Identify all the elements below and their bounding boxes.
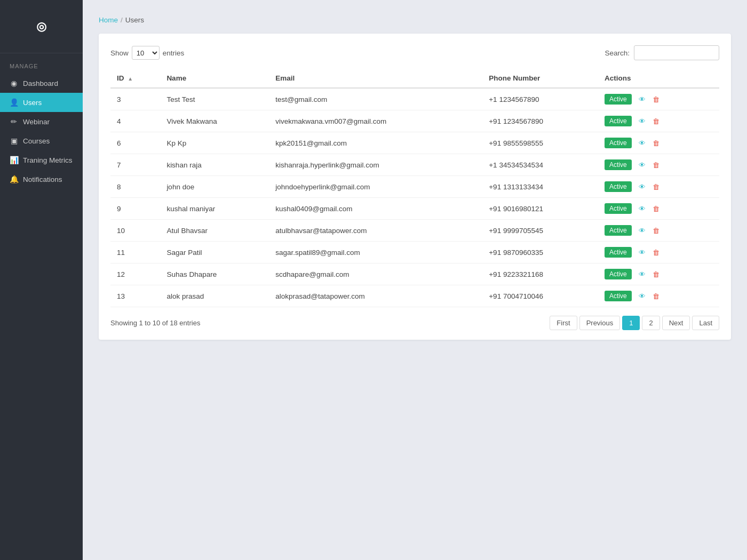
sidebar-item-training-metrics[interactable]: 📊 Traning Metrics bbox=[0, 150, 83, 170]
cell-name: Kp Kp bbox=[160, 132, 269, 154]
cell-name: alok prasad bbox=[160, 285, 269, 307]
cell-actions: Active👁🗑 bbox=[598, 285, 719, 307]
cell-phone: +91 1313133434 bbox=[482, 176, 598, 198]
col-phone: Phone Number bbox=[482, 69, 598, 88]
table-row: 12Suhas Dhaparescdhapare@gmail.com+91 92… bbox=[110, 263, 719, 285]
cell-id: 3 bbox=[110, 88, 160, 110]
pagination-page-2[interactable]: 2 bbox=[642, 316, 659, 330]
status-badge: Active bbox=[605, 181, 632, 192]
cell-id: 13 bbox=[110, 285, 160, 307]
search-input[interactable] bbox=[634, 45, 719, 60]
cell-id: 12 bbox=[110, 263, 160, 285]
sidebar-item-users[interactable]: 👤 Users bbox=[0, 93, 83, 112]
cell-phone: +91 9855598555 bbox=[482, 132, 598, 154]
breadcrumb-current: Users bbox=[125, 16, 144, 24]
cell-phone: +1 1234567890 bbox=[482, 88, 598, 110]
view-icon[interactable]: 👁 bbox=[637, 159, 648, 171]
table-row: 6Kp Kpkpk20151@gmail.com+91 9855598555Ac… bbox=[110, 132, 719, 154]
status-badge: Active bbox=[605, 159, 632, 170]
status-badge: Active bbox=[605, 225, 632, 236]
view-icon[interactable]: 👁 bbox=[637, 246, 648, 258]
cell-actions: Active👁🗑 bbox=[598, 88, 719, 110]
courses-icon: ▣ bbox=[10, 137, 18, 145]
cell-email: kishanraja.hyperlink@gmail.com bbox=[269, 154, 482, 176]
entries-select[interactable]: 10 25 50 100 bbox=[132, 46, 160, 60]
col-id[interactable]: ID ▲ bbox=[110, 69, 160, 88]
status-badge: Active bbox=[605, 269, 632, 279]
cell-name: Atul Bhavsar bbox=[160, 220, 269, 242]
action-cell: Active👁🗑 bbox=[605, 159, 713, 171]
view-icon[interactable]: 👁 bbox=[637, 290, 648, 302]
breadcrumb-home-link[interactable]: Home bbox=[99, 16, 118, 24]
sidebar-item-webinar[interactable]: ✏ Webinar bbox=[0, 112, 83, 131]
delete-icon[interactable]: 🗑 bbox=[650, 290, 662, 302]
cell-email: sagar.spatil89@gmail.com bbox=[269, 242, 482, 263]
col-email: Email bbox=[269, 69, 482, 88]
webinar-icon: ✏ bbox=[10, 117, 18, 126]
cell-id: 6 bbox=[110, 132, 160, 154]
cell-email: scdhapare@gmail.com bbox=[269, 263, 482, 285]
training-metrics-icon: 📊 bbox=[10, 156, 18, 164]
action-cell: Active👁🗑 bbox=[605, 93, 713, 105]
search-label: Search: bbox=[605, 49, 630, 57]
cell-phone: +91 1234567890 bbox=[482, 110, 598, 132]
delete-icon[interactable]: 🗑 bbox=[650, 203, 662, 214]
col-name: Name bbox=[160, 69, 269, 88]
cell-actions: Active👁🗑 bbox=[598, 220, 719, 242]
search-container: Search: bbox=[605, 45, 719, 60]
cell-name: Test Test bbox=[160, 88, 269, 110]
sidebar-item-notifications[interactable]: 🔔 Notifications bbox=[0, 170, 83, 189]
action-cell: Active👁🗑 bbox=[605, 268, 713, 280]
delete-icon[interactable]: 🗑 bbox=[650, 181, 662, 193]
cell-name: Suhas Dhapare bbox=[160, 263, 269, 285]
cell-name: Vivek Makwana bbox=[160, 110, 269, 132]
pagination: First Previous 1 2 Next Last bbox=[550, 316, 719, 330]
delete-icon[interactable]: 🗑 bbox=[650, 268, 662, 280]
status-badge: Active bbox=[605, 94, 632, 105]
cell-actions: Active👁🗑 bbox=[598, 198, 719, 220]
view-icon[interactable]: 👁 bbox=[637, 115, 648, 127]
view-icon[interactable]: 👁 bbox=[637, 181, 648, 193]
sidebar-logo: ◎ bbox=[0, 0, 83, 53]
status-badge: Active bbox=[605, 138, 632, 148]
pagination-page-1[interactable]: 1 bbox=[622, 316, 640, 330]
pagination-first[interactable]: First bbox=[550, 316, 577, 330]
cell-id: 10 bbox=[110, 220, 160, 242]
breadcrumb-separator: / bbox=[121, 16, 123, 24]
table-row: 4Vivek Makwanavivekmakwana.vm007@gmail.c… bbox=[110, 110, 719, 132]
users-table: ID ▲ Name Email Phone Number Actions 3Te… bbox=[110, 69, 719, 307]
action-cell: Active👁🗑 bbox=[605, 203, 713, 214]
delete-icon[interactable]: 🗑 bbox=[650, 137, 662, 149]
entries-label: entries bbox=[163, 49, 185, 57]
cell-email: kpk20151@gmail.com bbox=[269, 132, 482, 154]
cell-phone: +91 9999705545 bbox=[482, 220, 598, 242]
col-actions: Actions bbox=[598, 69, 719, 88]
view-icon[interactable]: 👁 bbox=[637, 203, 648, 214]
delete-icon[interactable]: 🗑 bbox=[650, 225, 662, 236]
delete-icon[interactable]: 🗑 bbox=[650, 159, 662, 171]
cell-name: kushal maniyar bbox=[160, 198, 269, 220]
cell-actions: Active👁🗑 bbox=[598, 154, 719, 176]
delete-icon[interactable]: 🗑 bbox=[650, 115, 662, 127]
pagination-next[interactable]: Next bbox=[662, 316, 690, 330]
delete-icon[interactable]: 🗑 bbox=[650, 93, 662, 105]
table-row: 13alok prasadalokprasad@tatapower.com+91… bbox=[110, 285, 719, 307]
logo-text: ◎ bbox=[36, 20, 47, 34]
cell-id: 7 bbox=[110, 154, 160, 176]
sidebar-item-label: Dashboard bbox=[23, 79, 58, 87]
view-icon[interactable]: 👁 bbox=[637, 268, 648, 280]
view-icon[interactable]: 👁 bbox=[637, 93, 648, 105]
cell-phone: +1 34534534534 bbox=[482, 154, 598, 176]
cell-email: vivekmakwana.vm007@gmail.com bbox=[269, 110, 482, 132]
delete-icon[interactable]: 🗑 bbox=[650, 246, 662, 258]
sidebar-item-dashboard[interactable]: ◉ Dashboard bbox=[0, 74, 83, 93]
view-icon[interactable]: 👁 bbox=[637, 225, 648, 236]
pagination-last[interactable]: Last bbox=[692, 316, 719, 330]
view-icon[interactable]: 👁 bbox=[637, 137, 648, 149]
cell-actions: Active👁🗑 bbox=[598, 242, 719, 263]
sidebar-item-label: Webinar bbox=[23, 118, 50, 126]
pagination-previous[interactable]: Previous bbox=[579, 316, 621, 330]
sidebar-item-courses[interactable]: ▣ Courses bbox=[0, 131, 83, 150]
table-row: 9kushal maniyarkushal0409@gmail.com+91 9… bbox=[110, 198, 719, 220]
status-badge: Active bbox=[605, 291, 632, 301]
